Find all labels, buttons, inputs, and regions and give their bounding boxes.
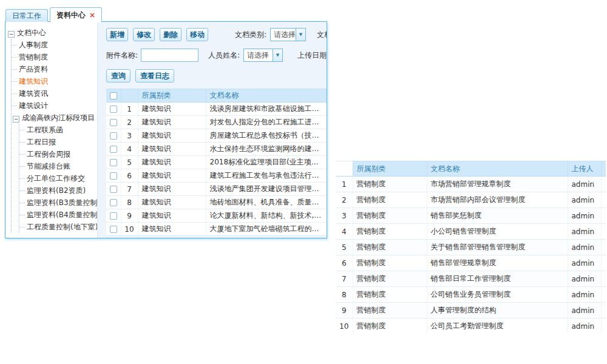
- doc-name-header: 文档名称: [206, 89, 327, 103]
- category-cell: 营销制度: [353, 271, 427, 287]
- table-row[interactable]: 8 建筑知识 地砖地面材料、机具准备、质量要求及管理: [106, 196, 327, 209]
- doc-name-cell: 销售部管理规章制度: [427, 255, 568, 271]
- tree-item[interactable]: 监理资料(B3质量控制): [19, 197, 97, 209]
- tree-item-selected[interactable]: 建筑知识: [12, 75, 97, 87]
- row-number: 3: [336, 208, 353, 224]
- row-number-header: [121, 89, 138, 103]
- table-row[interactable]: 9 营销制度 人事管理制度的结构 admin: [336, 303, 606, 318]
- table-row[interactable]: 10 营销制度 公司员工考勤管理制度 admin: [336, 318, 606, 334]
- row-number: 8: [121, 196, 138, 209]
- tree-item[interactable]: 产品资料: [12, 63, 97, 75]
- doc-name-cell: 2018标准化监理项目部(业主项目部)人员管理: [206, 156, 327, 169]
- person-select[interactable]: 请选择 ▼: [243, 49, 283, 62]
- upload-date-label: 上传日期: [297, 50, 327, 61]
- row-checkbox[interactable]: [110, 186, 117, 193]
- doc-name-cell: 市场营销部管理规章制度: [427, 177, 568, 192]
- category-cell: 营销制度: [353, 224, 427, 240]
- tree-item[interactable]: 监理资料(B4质量控制): [19, 209, 97, 221]
- row-number-header: [336, 161, 353, 177]
- row-number: 8: [336, 287, 353, 303]
- extra-cell: [601, 287, 606, 303]
- table-row[interactable]: 1 营销制度 市场营销部管理规章制度 admin: [336, 177, 606, 192]
- uploader-cell: admin: [568, 255, 601, 271]
- table-row[interactable]: 7 建筑知识 浅谈地产集团开发建设项目管理规划编制: [106, 183, 327, 196]
- marketing-docs-body: 1 营销制度 市场营销部管理规章制度 admin 2 营销制度 市场营销部内部会…: [336, 177, 606, 334]
- tree-item[interactable]: 人事制度: [12, 39, 97, 51]
- tree-item[interactable]: 营销制度: [12, 51, 97, 63]
- delete-button[interactable]: 删除: [160, 28, 181, 41]
- row-number: 1: [336, 177, 353, 192]
- tree-item-project[interactable]: −成渝高铁内江标段项目: [12, 112, 97, 124]
- tree-item[interactable]: 工程质量控制(地下室): [19, 221, 97, 233]
- view-log-button[interactable]: 查看日志: [135, 69, 174, 83]
- tab-data-center[interactable]: 资料中心×: [50, 7, 102, 22]
- extra-cell: [601, 192, 606, 208]
- table-row[interactable]: 2 营销制度 市场营销部内部会议管理制度 admin: [336, 192, 606, 208]
- table-row[interactable]: 3 建筑知识 房屋建筑工程总承包投标书（技术标）管理: [106, 129, 327, 143]
- table-row[interactable]: 4 建筑知识 水土保持生态环境监测网络的建设与资料: [106, 143, 327, 156]
- extra-cell: [601, 208, 606, 224]
- extra-cell: [601, 271, 606, 287]
- table-row[interactable]: 1 建筑知识 浅谈房屋建筑和市政基础设施工程施工管理: [106, 103, 327, 116]
- category-cell: 建筑知识: [138, 143, 206, 156]
- doc-category-select[interactable]: 请选择 ▼: [270, 28, 306, 41]
- row-checkbox[interactable]: [110, 226, 117, 233]
- tab-daily-work[interactable]: 日常工作: [5, 9, 48, 22]
- extra-cell: [601, 224, 606, 240]
- edit-button[interactable]: 修改: [133, 28, 155, 41]
- tree-item[interactable]: 建筑设计: [12, 99, 97, 112]
- document-tree: −文档中心 人事制度 营销制度 产品资料 建筑知识 建筑资讯 建筑设计 −成渝高…: [5, 22, 98, 238]
- window-body: −文档中心 人事制度 营销制度 产品资料 建筑知识 建筑资讯 建筑设计 −成渝高…: [5, 21, 327, 238]
- row-number: 6: [121, 169, 138, 183]
- row-checkbox[interactable]: [110, 159, 117, 166]
- tab-close-icon[interactable]: ×: [89, 11, 95, 19]
- select-all-checkbox[interactable]: [110, 92, 117, 99]
- row-checkbox[interactable]: [110, 172, 117, 180]
- query-button[interactable]: 查询: [106, 69, 131, 83]
- extra-cell: [601, 318, 606, 334]
- row-checkbox[interactable]: [110, 119, 117, 126]
- tree-item-doc-center[interactable]: −文档中心: [8, 27, 97, 39]
- doc-name-cell: 小公司销售管理制度: [427, 224, 568, 240]
- category-cell: 营销制度: [353, 318, 427, 334]
- table-row[interactable]: 6 建筑知识 建筑工程施工发包与承包违法行为认定管理: [106, 169, 327, 183]
- tree-item[interactable]: 分工单位工作移交: [19, 172, 97, 184]
- table-row[interactable]: 10 建筑知识 大厦地下室加气砼墙砌筑工程的施工方案: [106, 223, 327, 236]
- row-checkbox[interactable]: [110, 199, 117, 206]
- attachment-input[interactable]: [141, 49, 198, 62]
- doc-category-label: 文档类别:: [235, 30, 266, 40]
- tree-item[interactable]: 节能减排台账: [19, 160, 97, 172]
- add-button[interactable]: 新增: [106, 28, 128, 41]
- table-row[interactable]: 2 建筑知识 对发包人指定分包的工程施工进度安排管理: [106, 116, 327, 129]
- row-checkbox[interactable]: [110, 106, 117, 113]
- table-row[interactable]: 3 营销制度 销售部奖惩制度 admin: [336, 208, 606, 224]
- table-row[interactable]: 8 营销制度 公司销售业务员管理制度 admin: [336, 287, 606, 303]
- tab-data-center-label: 资料中心: [56, 11, 86, 19]
- extra-cell: [601, 303, 606, 318]
- move-button[interactable]: 移动: [186, 28, 208, 41]
- doc-name-cell: 建筑工程施工发包与承包违法行为认定管理: [206, 169, 327, 183]
- tree-item[interactable]: 监理资料(B2资质): [19, 184, 97, 197]
- tree-item[interactable]: 建筑资讯: [12, 87, 97, 99]
- doc-name-cell: 地砖地面材料、机具准备、质量要求及管理: [206, 196, 327, 209]
- collapse-icon[interactable]: −: [8, 31, 15, 38]
- row-checkbox[interactable]: [110, 132, 117, 140]
- tree-item[interactable]: 工程例会周报: [19, 148, 97, 160]
- row-checkbox[interactable]: [110, 146, 117, 153]
- tree-item[interactable]: 工程联系函: [19, 124, 97, 136]
- doc-name-cell: 市场营销部内部会议管理制度: [427, 192, 568, 208]
- collapse-icon[interactable]: −: [13, 116, 19, 123]
- tree-branch: 人事制度 营销制度 产品资料 建筑知识 建筑资讯 建筑设计 −成渝高铁内江标段项…: [11, 39, 97, 233]
- doc-name-cell: 房屋建筑工程总承包投标书（技术标）管理: [206, 129, 327, 143]
- table-row[interactable]: 4 营销制度 小公司销售管理制度 admin: [336, 224, 606, 240]
- table-row[interactable]: 5 营销制度 关于销售部管理销售管理制度 admin: [336, 240, 606, 255]
- table-row[interactable]: 5 建筑知识 2018标准化监理项目部(业主项目部)人员管理: [106, 156, 327, 169]
- table-row[interactable]: 6 营销制度 销售部管理规章制度 admin: [336, 255, 606, 271]
- tree-item[interactable]: 工程日报: [19, 136, 97, 148]
- row-number: 7: [336, 271, 353, 287]
- table-row[interactable]: 7 营销制度 销售部日常工作管理制度 admin: [336, 271, 606, 287]
- row-checkbox[interactable]: [110, 212, 117, 220]
- uploader-cell: admin: [568, 303, 601, 318]
- table-row[interactable]: 9 建筑知识 论大厦新材料、新结构、新技术,新工艺: [106, 209, 327, 223]
- category-cell: 建筑知识: [138, 183, 206, 196]
